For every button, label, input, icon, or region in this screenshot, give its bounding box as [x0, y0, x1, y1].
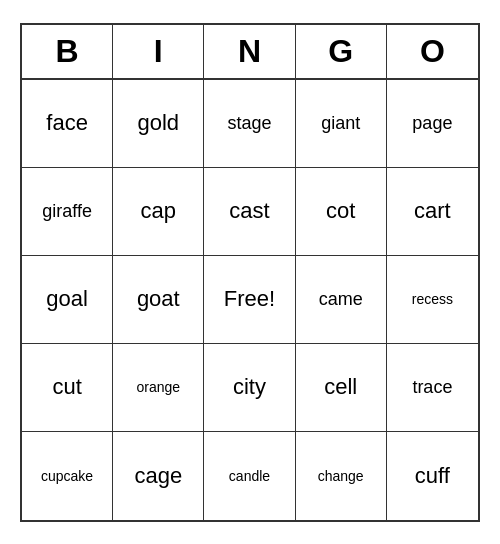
bingo-cell-r2-c0: goal: [22, 256, 113, 344]
bingo-cell-r0-c0: face: [22, 80, 113, 168]
header-letter: O: [387, 25, 478, 78]
bingo-cell-r1-c2: cast: [204, 168, 295, 256]
bingo-cell-r3-c1: orange: [113, 344, 204, 432]
bingo-cell-r4-c1: cage: [113, 432, 204, 520]
bingo-cell-r4-c0: cupcake: [22, 432, 113, 520]
bingo-cell-r2-c4: recess: [387, 256, 478, 344]
bingo-cell-r1-c0: giraffe: [22, 168, 113, 256]
bingo-cell-r0-c4: page: [387, 80, 478, 168]
bingo-cell-r3-c2: city: [204, 344, 295, 432]
header-letter: B: [22, 25, 113, 78]
bingo-cell-r3-c4: trace: [387, 344, 478, 432]
bingo-cell-r1-c1: cap: [113, 168, 204, 256]
bingo-grid: facegoldstagegiantpagegiraffecapcastcotc…: [22, 80, 478, 520]
header-letter: N: [204, 25, 295, 78]
bingo-cell-r2-c2: Free!: [204, 256, 295, 344]
bingo-cell-r2-c1: goat: [113, 256, 204, 344]
bingo-cell-r2-c3: came: [296, 256, 387, 344]
bingo-cell-r1-c4: cart: [387, 168, 478, 256]
bingo-card: BINGO facegoldstagegiantpagegiraffecapca…: [20, 23, 480, 522]
bingo-cell-r4-c4: cuff: [387, 432, 478, 520]
bingo-header: BINGO: [22, 25, 478, 80]
header-letter: G: [296, 25, 387, 78]
bingo-cell-r0-c2: stage: [204, 80, 295, 168]
bingo-cell-r3-c3: cell: [296, 344, 387, 432]
header-letter: I: [113, 25, 204, 78]
bingo-cell-r3-c0: cut: [22, 344, 113, 432]
bingo-cell-r0-c1: gold: [113, 80, 204, 168]
bingo-cell-r0-c3: giant: [296, 80, 387, 168]
bingo-cell-r4-c3: change: [296, 432, 387, 520]
bingo-cell-r4-c2: candle: [204, 432, 295, 520]
bingo-cell-r1-c3: cot: [296, 168, 387, 256]
